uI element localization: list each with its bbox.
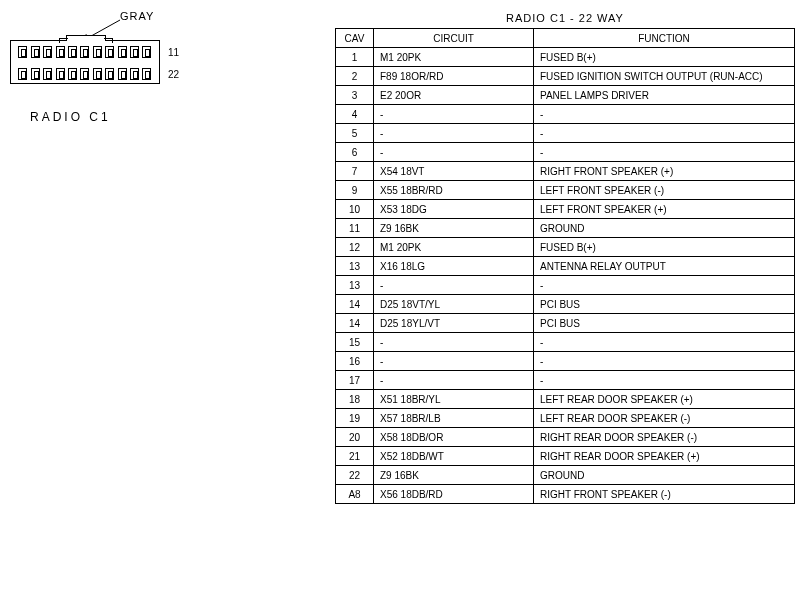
cell-cav: 18 xyxy=(336,390,374,409)
cell-circuit: Z9 16BK xyxy=(374,219,534,238)
cell-cav: 15 xyxy=(336,333,374,352)
cell-cav: 10 xyxy=(336,200,374,219)
table-row: 14D25 18YL/VTPCI BUS xyxy=(336,314,795,333)
pinout-table-area: RADIO C1 - 22 WAY CAV CIRCUIT FUNCTION 1… xyxy=(335,12,795,504)
cell-cav: 6 xyxy=(336,143,374,162)
cell-circuit: D25 18VT/YL xyxy=(374,295,534,314)
cell-cav: 9 xyxy=(336,181,374,200)
table-row: 21X52 18DB/WTRIGHT REAR DOOR SPEAKER (+) xyxy=(336,447,795,466)
cell-function: - xyxy=(534,371,795,390)
cell-function: - xyxy=(534,276,795,295)
table-row: 10X53 18DGLEFT FRONT SPEAKER (+) xyxy=(336,200,795,219)
cell-cav: 16 xyxy=(336,352,374,371)
cell-function: FUSED B(+) xyxy=(534,238,795,257)
cell-circuit: X58 18DB/OR xyxy=(374,428,534,447)
table-header-row: CAV CIRCUIT FUNCTION xyxy=(336,29,795,48)
cell-function: - xyxy=(534,143,795,162)
connector-caption: RADIO C1 xyxy=(30,110,111,124)
table-row: 5-- xyxy=(336,124,795,143)
cell-cav: 19 xyxy=(336,409,374,428)
table-row: 19X57 18BR/LBLEFT REAR DOOR SPEAKER (-) xyxy=(336,409,795,428)
pin-label-11: 11 xyxy=(168,47,179,58)
cell-function: RIGHT FRONT SPEAKER (-) xyxy=(534,485,795,504)
cell-cav: 14 xyxy=(336,314,374,333)
table-row: 13X16 18LGANTENNA RELAY OUTPUT xyxy=(336,257,795,276)
cell-function: LEFT FRONT SPEAKER (-) xyxy=(534,181,795,200)
table-row: 22Z9 16BKGROUND xyxy=(336,466,795,485)
cell-function: LEFT REAR DOOR SPEAKER (-) xyxy=(534,409,795,428)
table-row: 11Z9 16BKGROUND xyxy=(336,219,795,238)
cell-circuit: - xyxy=(374,143,534,162)
cell-circuit: X53 18DG xyxy=(374,200,534,219)
table-row: 2F89 18OR/RDFUSED IGNITION SWITCH OUTPUT… xyxy=(336,67,795,86)
cell-cav: A8 xyxy=(336,485,374,504)
cell-function: FUSED IGNITION SWITCH OUTPUT (RUN-ACC) xyxy=(534,67,795,86)
cell-function: PCI BUS xyxy=(534,295,795,314)
cell-function: RIGHT REAR DOOR SPEAKER (+) xyxy=(534,447,795,466)
table-row: 9X55 18BR/RDLEFT FRONT SPEAKER (-) xyxy=(336,181,795,200)
cell-circuit: X57 18BR/LB xyxy=(374,409,534,428)
header-circuit: CIRCUIT xyxy=(374,29,534,48)
cell-cav: 14 xyxy=(336,295,374,314)
pin-label-22: 22 xyxy=(168,69,179,80)
cell-circuit: - xyxy=(374,105,534,124)
cell-function: - xyxy=(534,124,795,143)
table-row: 1M1 20PKFUSED B(+) xyxy=(336,48,795,67)
cell-cav: 5 xyxy=(336,124,374,143)
table-row: 13-- xyxy=(336,276,795,295)
pinout-table: CAV CIRCUIT FUNCTION 1M1 20PKFUSED B(+)2… xyxy=(335,28,795,504)
cell-circuit: X16 18LG xyxy=(374,257,534,276)
cell-cav: 3 xyxy=(336,86,374,105)
cell-cav: 2 xyxy=(336,67,374,86)
cell-cav: 12 xyxy=(336,238,374,257)
cell-circuit: M1 20PK xyxy=(374,48,534,67)
cell-cav: 13 xyxy=(336,257,374,276)
cell-circuit: F89 18OR/RD xyxy=(374,67,534,86)
table-row: 20X58 18DB/ORRIGHT REAR DOOR SPEAKER (-) xyxy=(336,428,795,447)
table-row: 17-- xyxy=(336,371,795,390)
cell-circuit: - xyxy=(374,333,534,352)
cell-function: FUSED B(+) xyxy=(534,48,795,67)
cell-function: - xyxy=(534,352,795,371)
table-title: RADIO C1 - 22 WAY xyxy=(335,12,795,24)
cell-function: GROUND xyxy=(534,219,795,238)
table-row: A8X56 18DB/RDRIGHT FRONT SPEAKER (-) xyxy=(336,485,795,504)
table-row: 15-- xyxy=(336,333,795,352)
cell-cav: 4 xyxy=(336,105,374,124)
cell-circuit: X54 18VT xyxy=(374,162,534,181)
cell-function: PANEL LAMPS DRIVER xyxy=(534,86,795,105)
cell-function: RIGHT REAR DOOR SPEAKER (-) xyxy=(534,428,795,447)
table-row: 6-- xyxy=(336,143,795,162)
cell-cav: 22 xyxy=(336,466,374,485)
cell-circuit: X55 18BR/RD xyxy=(374,181,534,200)
cell-function: - xyxy=(534,105,795,124)
cell-function: LEFT FRONT SPEAKER (+) xyxy=(534,200,795,219)
cell-cav: 13 xyxy=(336,276,374,295)
table-row: 3E2 20ORPANEL LAMPS DRIVER xyxy=(336,86,795,105)
cell-circuit: M1 20PK xyxy=(374,238,534,257)
cell-cav: 11 xyxy=(336,219,374,238)
table-row: 12M1 20PKFUSED B(+) xyxy=(336,238,795,257)
cell-circuit: - xyxy=(374,371,534,390)
cell-circuit: D25 18YL/VT xyxy=(374,314,534,333)
cell-circuit: X51 18BR/YL xyxy=(374,390,534,409)
cell-circuit: - xyxy=(374,352,534,371)
table-row: 7X54 18VTRIGHT FRONT SPEAKER (+) xyxy=(336,162,795,181)
cell-circuit: - xyxy=(374,124,534,143)
cell-cav: 20 xyxy=(336,428,374,447)
cell-cav: 7 xyxy=(336,162,374,181)
cell-cav: 21 xyxy=(336,447,374,466)
cell-circuit: X52 18DB/WT xyxy=(374,447,534,466)
cell-circuit: E2 20OR xyxy=(374,86,534,105)
table-row: 14D25 18VT/YLPCI BUS xyxy=(336,295,795,314)
cell-function: LEFT REAR DOOR SPEAKER (+) xyxy=(534,390,795,409)
cell-function: PCI BUS xyxy=(534,314,795,333)
header-function: FUNCTION xyxy=(534,29,795,48)
cell-cav: 17 xyxy=(336,371,374,390)
cell-function: - xyxy=(534,333,795,352)
table-row: 18X51 18BR/YLLEFT REAR DOOR SPEAKER (+) xyxy=(336,390,795,409)
header-cav: CAV xyxy=(336,29,374,48)
connector-body: 11 22 xyxy=(10,40,160,90)
cell-cav: 1 xyxy=(336,48,374,67)
table-row: 4-- xyxy=(336,105,795,124)
